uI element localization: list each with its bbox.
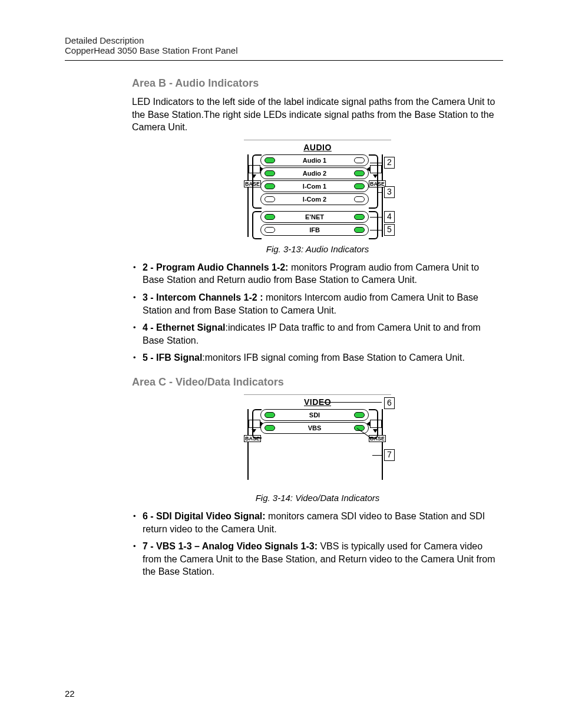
row-label: SDI xyxy=(275,411,354,419)
list-item: 5 - IFB Signal:monitors IFB signal comin… xyxy=(132,351,503,364)
led-icon xyxy=(354,183,365,189)
video-row: VBS xyxy=(260,422,369,434)
area-c-bullets: 6 - SDI Digital Video Signal: monitors c… xyxy=(132,510,503,578)
lead-line xyxy=(370,163,383,163)
led-icon xyxy=(354,227,365,233)
led-icon xyxy=(265,157,275,163)
list-item: 2 - Program Audio Channels 1-2: monitors… xyxy=(132,261,503,286)
area-b-intro: LED Indicators to the left side of the l… xyxy=(132,95,503,134)
list-item: 6 - SDI Digital Video Signal: monitors c… xyxy=(132,510,503,535)
content-column: Area B - Audio Indicators LED Indicators… xyxy=(132,77,503,578)
heading-area-c: Area C - Video/Data Indicators xyxy=(132,376,503,388)
bullet-bold: 4 - Ethernet Signal xyxy=(143,322,225,332)
led-icon xyxy=(354,157,365,163)
audio-row: Audio 2 xyxy=(260,167,369,179)
audio-row: I-Com 1 xyxy=(260,180,369,192)
bullet-bold: 5 - IFB Signal xyxy=(143,353,202,363)
running-header: Detailed Description CopperHead 3050 Bas… xyxy=(65,35,503,61)
led-icon xyxy=(265,214,275,220)
video-row: SDI xyxy=(260,409,369,421)
page-number: 22 xyxy=(65,689,75,699)
led-icon xyxy=(265,170,275,176)
audio-row: Audio 1 xyxy=(260,154,369,166)
figure-3-14-wrap: VIDEO BASE BASE SDI xyxy=(132,394,503,489)
list-item: 4 - Ethernet Signal:indicates IP Data tr… xyxy=(132,321,503,347)
audio-row: I-Com 2 xyxy=(260,193,369,205)
bullet-bold: 2 - Program Audio Channels 1-2: xyxy=(143,262,291,272)
callout-5: 5 xyxy=(384,224,395,236)
row-label: Audio 1 xyxy=(275,157,354,164)
video-right-vline xyxy=(382,409,383,480)
heading-area-b: Area B - Audio Indicators xyxy=(132,77,503,90)
lead-line xyxy=(377,192,383,193)
row-label: I-Com 2 xyxy=(275,196,354,203)
figure-3-13-caption: Fig. 3-13: Audio Indicators xyxy=(132,244,503,254)
lead-line xyxy=(370,217,383,218)
led-icon xyxy=(265,183,275,189)
header-rule xyxy=(65,60,503,61)
page: Detailed Description CopperHead 3050 Bas… xyxy=(0,0,562,728)
figure-3-13: AUDIO BASE BASE Au xyxy=(244,140,391,241)
led-icon xyxy=(354,214,365,220)
header-chapter: Detailed Description xyxy=(65,35,503,45)
figure-3-14: VIDEO BASE BASE SDI xyxy=(244,394,391,489)
callout-4: 4 xyxy=(384,211,395,223)
bracket-right xyxy=(369,409,378,439)
row-label: Audio 2 xyxy=(275,170,354,177)
callout-2: 2 xyxy=(384,157,395,169)
led-icon xyxy=(354,170,365,176)
callout-7: 7 xyxy=(384,449,395,461)
callout-3: 3 xyxy=(384,186,395,198)
row-label: IFB xyxy=(275,226,354,233)
bullet-bold: 3 - Intercom Channels 1-2 : xyxy=(143,292,266,302)
audio-row: E'NET xyxy=(260,211,369,223)
bullet-bold: 7 - VBS 1-3 – Analog Video Signals 1-3: xyxy=(143,541,320,551)
bracket-right xyxy=(369,211,378,239)
led-icon xyxy=(354,196,365,202)
audio-row: IFB xyxy=(260,224,369,236)
led-icon xyxy=(265,425,275,431)
lead-line xyxy=(320,402,382,403)
led-icon xyxy=(265,412,275,418)
led-icon xyxy=(265,196,275,202)
bullet-text: :monitors IFB signal coming from Base St… xyxy=(202,353,465,363)
led-icon xyxy=(354,412,365,418)
header-section: CopperHead 3050 Base Station Front Panel xyxy=(65,45,503,60)
audio-rows: Audio 1 Audio 2 I-Com 1 xyxy=(260,154,369,237)
list-item: 7 - VBS 1-3 – Analog Video Signals 1-3: … xyxy=(132,540,503,578)
row-label: VBS xyxy=(275,424,354,431)
list-item: 3 - Intercom Channels 1-2 : monitors Int… xyxy=(132,291,503,317)
figure-3-13-wrap: AUDIO BASE BASE Au xyxy=(132,140,503,241)
audio-panel-title: AUDIO xyxy=(244,143,391,152)
row-label: I-Com 1 xyxy=(275,183,354,190)
row-label: E'NET xyxy=(275,213,354,220)
led-icon xyxy=(265,227,275,233)
audio-right-vline xyxy=(382,154,383,237)
callout-6: 6 xyxy=(384,397,395,409)
video-rows: SDI VBS xyxy=(260,409,369,435)
figure-3-14-caption: Fig. 3-14: Video/Data Indicators xyxy=(132,493,503,503)
bullet-bold: 6 - SDI Digital Video Signal: xyxy=(143,511,268,521)
area-b-bullets: 2 - Program Audio Channels 1-2: monitors… xyxy=(132,261,503,364)
lead-line xyxy=(370,230,383,230)
lead-line xyxy=(372,455,383,456)
